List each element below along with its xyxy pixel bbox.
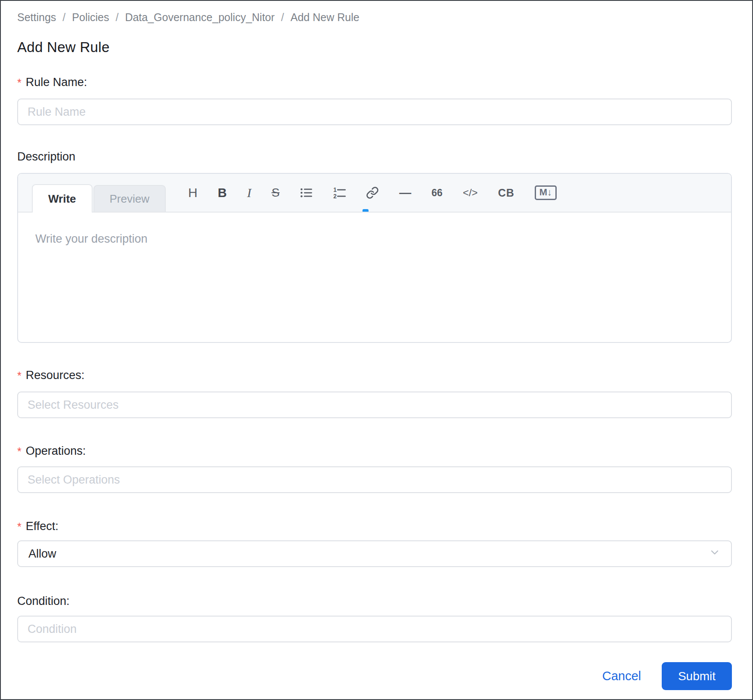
strikethrough-icon[interactable]: S <box>272 187 280 199</box>
condition-label: Condition: <box>17 594 732 609</box>
quote-icon[interactable]: 66 <box>431 188 443 198</box>
svg-text:2: 2 <box>334 193 337 200</box>
page-content: Settings / Policies / Data_Governance_po… <box>1 1 752 690</box>
tab-write[interactable]: Write <box>32 184 93 213</box>
add-new-rule-page: Settings / Policies / Data_Governance_po… <box>0 0 753 700</box>
italic-icon[interactable]: I <box>247 186 251 199</box>
tooltip-caret <box>363 209 369 212</box>
submit-button[interactable]: Submit <box>662 662 732 690</box>
resources-select-input[interactable] <box>17 392 732 418</box>
required-asterisk: * <box>17 368 22 383</box>
resources-label: * Resources: <box>17 368 732 383</box>
ordered-list-icon[interactable]: 1 2 <box>333 186 346 199</box>
breadcrumb-separator: / <box>115 11 118 24</box>
rule-name-label-text: Rule Name: <box>26 75 87 90</box>
breadcrumb-item-settings[interactable]: Settings <box>17 11 56 24</box>
code-block-icon[interactable]: CB <box>498 188 514 198</box>
effect-select[interactable]: Allow <box>17 540 732 567</box>
effect-label-text: Effect: <box>26 519 59 534</box>
breadcrumb-separator: / <box>281 11 284 24</box>
breadcrumb-separator: / <box>62 11 65 24</box>
heading-icon[interactable]: H <box>188 186 198 199</box>
page-title: Add New Rule <box>17 39 732 56</box>
markdown-icon[interactable]: M↓ <box>535 185 557 200</box>
editor-body <box>18 213 731 342</box>
code-icon[interactable]: </> <box>463 188 478 198</box>
resources-label-text: Resources: <box>26 368 85 383</box>
link-icon[interactable] <box>366 186 379 199</box>
effect-label: * Effect: <box>17 519 732 534</box>
description-label: Description <box>17 149 732 164</box>
description-textarea[interactable] <box>18 213 731 342</box>
cancel-button[interactable]: Cancel <box>602 669 641 683</box>
breadcrumb-item-add-new-rule[interactable]: Add New Rule <box>291 11 359 24</box>
description-label-text: Description <box>17 149 75 164</box>
condition-input[interactable] <box>17 616 732 642</box>
rule-name-label: * Rule Name: <box>17 75 732 90</box>
form-actions: Cancel Submit <box>17 662 732 690</box>
horizontal-rule-icon[interactable]: — <box>399 187 411 199</box>
breadcrumb-item-policy[interactable]: Data_Governance_policy_Nitor <box>125 11 274 24</box>
operations-label: * Operations: <box>17 444 732 459</box>
breadcrumb: Settings / Policies / Data_Governance_po… <box>17 1 732 24</box>
editor-toolbar: H B I S <box>188 174 557 212</box>
operations-label-text: Operations: <box>26 444 86 459</box>
breadcrumb-item-policies[interactable]: Policies <box>72 11 109 24</box>
bold-icon[interactable]: B <box>218 187 227 199</box>
description-editor: Write Preview H B I S <box>17 173 732 343</box>
effect-select-value: Allow <box>28 547 56 561</box>
svg-text:1: 1 <box>334 187 337 193</box>
tab-preview[interactable]: Preview <box>93 185 166 212</box>
chevron-down-icon[interactable] <box>709 546 721 561</box>
unordered-list-icon[interactable] <box>300 186 313 199</box>
rule-name-input[interactable] <box>17 99 732 125</box>
required-asterisk: * <box>17 75 22 90</box>
required-asterisk: * <box>17 444 22 459</box>
editor-header: Write Preview H B I S <box>18 174 731 213</box>
operations-select-input[interactable] <box>17 466 732 493</box>
condition-label-text: Condition: <box>17 594 70 609</box>
required-asterisk: * <box>17 519 22 534</box>
